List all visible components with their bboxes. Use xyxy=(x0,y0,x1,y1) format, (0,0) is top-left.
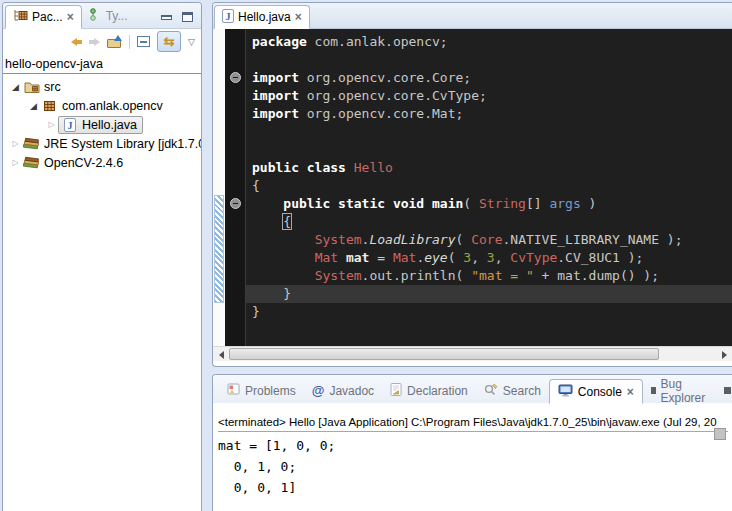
tab-label: Problems xyxy=(245,384,296,398)
tree-item-label: OpenCV-2.4.6 xyxy=(41,155,126,171)
library-icon xyxy=(22,156,41,169)
java-class-icon: J xyxy=(60,118,79,132)
code-line: } xyxy=(246,285,732,303)
problems-icon xyxy=(227,383,240,398)
tab-hello-java[interactable]: J Hello.java × xyxy=(214,5,310,29)
tab-bug-explorer[interactable]: Bug Explorer xyxy=(643,378,716,403)
tab-console[interactable]: Console × xyxy=(549,379,643,404)
scroll-right-icon[interactable] xyxy=(716,347,732,362)
tab-label: Console xyxy=(578,385,622,399)
code-editor[interactable]: package com.anlak.opencv; import org.ope… xyxy=(246,29,732,346)
view-window-buttons xyxy=(161,12,199,28)
code-line xyxy=(252,51,732,69)
package-explorer-view: Pac... × Ty... ⇆ ▽ hello-opencv-java xyxy=(2,2,202,511)
svg-text:J: J xyxy=(67,119,72,130)
tab-package-explorer[interactable]: Pac... × xyxy=(5,5,82,29)
code-line: { xyxy=(252,213,732,231)
code-line: System.LoadLibrary( Core.NATIVE_LIBRARY_… xyxy=(252,231,732,249)
close-icon[interactable]: × xyxy=(627,387,634,397)
console-toolbar-button[interactable] xyxy=(714,428,726,440)
minimize-icon[interactable] xyxy=(161,15,172,20)
tab-label: Declaration xyxy=(407,384,468,398)
annotation-ruler[interactable] xyxy=(213,29,225,346)
package-tree: ◢src◢com.anlak.opencv▷JHello.java▷JRE Sy… xyxy=(3,74,201,172)
collapsed-arrow-icon[interactable]: ▷ xyxy=(9,139,22,148)
code-line: public class Hello xyxy=(252,159,732,177)
tab-label: Ty... xyxy=(106,9,128,23)
tree-item-jre-system-library-jdk1-7-0[interactable]: ▷JRE System Library [jdk1.7.0 xyxy=(3,134,201,153)
forward-icon[interactable] xyxy=(89,38,100,46)
library-icon xyxy=(22,137,41,150)
console-output[interactable]: mat = [1, 0, 0; 0, 1, 0; 0, 0, 1] xyxy=(218,435,727,498)
close-icon[interactable]: × xyxy=(67,12,74,22)
maximize-icon[interactable] xyxy=(182,12,193,22)
collapsed-arrow-icon[interactable]: ▷ xyxy=(9,158,22,167)
svg-text:J: J xyxy=(226,10,231,21)
fold-collapse-icon[interactable] xyxy=(230,198,241,209)
tab-label: Pac... xyxy=(32,10,63,24)
console-content: <terminated> Hello [Java Application] C:… xyxy=(213,416,732,511)
code-line: import org.opencv.core.CvType; xyxy=(252,87,732,105)
expanded-arrow-icon[interactable]: ◢ xyxy=(9,82,22,92)
tree-item-src[interactable]: ◢src xyxy=(3,77,201,96)
search-icon xyxy=(484,383,498,399)
go-up-icon[interactable] xyxy=(107,36,122,48)
code-line: import org.opencv.core.Core; xyxy=(252,69,732,87)
tab-type-hierarchy[interactable]: Ty... xyxy=(82,4,135,28)
view-menu-icon[interactable]: ▽ xyxy=(188,37,195,47)
toolbar-separator xyxy=(129,35,130,49)
javadoc-icon: @ xyxy=(312,383,325,398)
package-explorer-toolbar: ⇆ ▽ xyxy=(3,29,201,54)
working-set-label[interactable]: hello-opencv-java xyxy=(3,54,201,74)
editor-body: package com.anlak.opencv; import org.ope… xyxy=(213,29,732,346)
package-icon xyxy=(40,100,59,112)
code-line: { xyxy=(252,177,732,195)
tree-item-com-anlak-opencv[interactable]: ◢com.anlak.opencv xyxy=(3,96,201,115)
fold-collapse-icon[interactable] xyxy=(230,72,241,83)
code-line: System.out.println( "mat = " + mat.dump(… xyxy=(252,267,732,285)
console-status-line: <terminated> Hello [Java Application] C:… xyxy=(218,416,728,432)
tab-declaration[interactable]: Declaration xyxy=(382,378,476,403)
collapsed-arrow-icon[interactable]: ▷ xyxy=(45,120,58,129)
tab-problems[interactable]: Problems xyxy=(219,378,304,403)
editor-horizontal-scrollbar[interactable] xyxy=(213,346,732,361)
bug-explorer-icon xyxy=(651,387,656,394)
package-explorer-tabbar: Pac... × Ty... xyxy=(3,3,201,29)
tree-item-label: com.anlak.opencv xyxy=(59,98,166,114)
tree-item-label: Hello.java xyxy=(79,117,140,133)
expanded-arrow-icon[interactable]: ◢ xyxy=(27,101,40,111)
back-icon[interactable] xyxy=(71,38,82,46)
java-file-icon: J xyxy=(222,9,234,26)
code-line xyxy=(252,141,732,159)
bug-icon xyxy=(724,387,731,394)
code-line: package com.anlak.opencv; xyxy=(252,33,732,51)
tab-label: Bug Explorer xyxy=(661,377,708,405)
code-line: Mat mat = Mat.eye( 3, 3, CvType.CV_8UC1 … xyxy=(252,249,732,267)
close-icon[interactable]: × xyxy=(295,12,302,22)
code-line: } xyxy=(252,303,732,321)
tab-label: Search xyxy=(503,384,541,398)
folding-gutter[interactable] xyxy=(225,29,246,346)
tab-label: Javadoc xyxy=(329,384,374,398)
editor-tabbar: J Hello.java × xyxy=(213,3,732,29)
tree-item-hello-java[interactable]: ▷JHello.java xyxy=(3,115,201,134)
declaration-icon xyxy=(390,383,402,399)
tree-item-label: JRE System Library [jdk1.7.0 xyxy=(41,136,201,152)
tab-javadoc[interactable]: @ Javadoc xyxy=(304,378,382,403)
scrollbar-thumb[interactable] xyxy=(229,348,659,360)
code-line: public static void main( String[] args ) xyxy=(252,195,732,213)
src-folder-icon xyxy=(22,80,41,93)
editor-area: J Hello.java × package com.anlak.opencv;… xyxy=(212,2,732,367)
console-view: Problems @ Javadoc Declaration xyxy=(212,374,732,511)
collapse-all-icon[interactable] xyxy=(137,36,150,47)
method-range-indicator xyxy=(214,195,224,303)
bottom-tabbar: Problems @ Javadoc Declaration xyxy=(213,375,732,403)
package-explorer-icon xyxy=(13,9,28,25)
scroll-left-icon[interactable] xyxy=(213,347,229,362)
console-icon xyxy=(558,384,573,400)
tab-bug[interactable]: Bug xyxy=(716,378,732,403)
tab-search[interactable]: Search xyxy=(476,378,549,403)
tree-item-label: src xyxy=(41,79,64,95)
link-with-editor-icon[interactable]: ⇆ xyxy=(157,31,181,52)
tree-item-opencv-2-4-6[interactable]: ▷OpenCV-2.4.6 xyxy=(3,153,201,172)
